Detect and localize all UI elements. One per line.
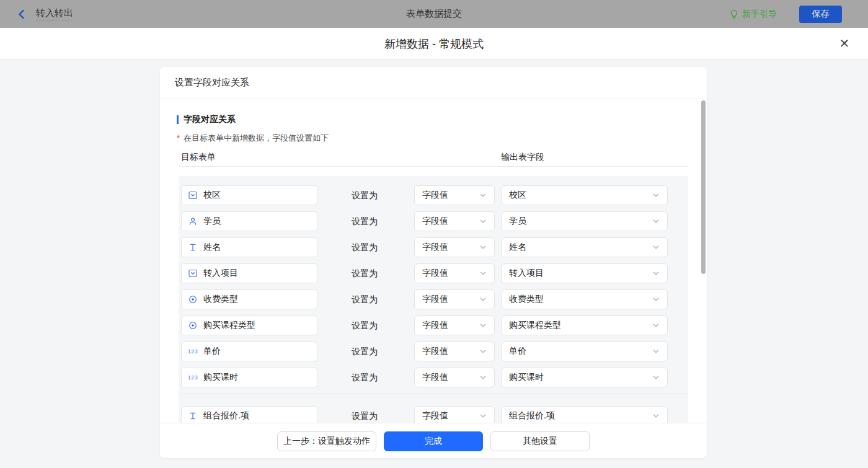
chevron-down-icon (479, 192, 487, 199)
chevron-down-icon (479, 270, 487, 277)
topbar: 转入转出 表单数据提交 新手引导 保存 (0, 0, 868, 28)
field-mapping-row: 购买课程类型设置为字段值购买课程类型 (179, 316, 688, 335)
set-as-label: 设置为 (352, 185, 378, 205)
number-field-icon: 123 (188, 348, 198, 355)
output-field-selected: 组合报价.项 (509, 410, 555, 422)
output-field-selected: 购买课程类型 (509, 320, 561, 331)
other-settings-button[interactable]: 其他设置 (490, 431, 590, 451)
field-mapping-card: 设置字段对应关系 字段对应关系 * 在目标表单中新增数据，字段值设置如下 目标表… (160, 67, 707, 458)
chevron-down-icon (652, 192, 660, 199)
column-header-output-field: 输出表字段 (501, 152, 544, 163)
text-field-icon (188, 412, 198, 420)
scrollbar-thumb[interactable] (701, 100, 706, 274)
target-field-name: 单价 (203, 346, 221, 357)
output-field-dropdown[interactable]: 姓名 (501, 237, 668, 257)
output-field-selected: 校区 (509, 190, 526, 201)
value-type-selected: 字段值 (422, 242, 448, 253)
chevron-down-icon (479, 322, 487, 329)
output-field-selected: 单价 (509, 346, 526, 357)
target-field-name: 校区 (203, 190, 221, 201)
guide-label: 新手引导 (742, 9, 777, 20)
set-as-label: 设置为 (352, 263, 378, 283)
field-mapping-list: 校区设置为字段值校区学员设置为字段值学员姓名设置为字段值姓名转入项目设置为字段值… (179, 176, 688, 423)
card-header-title: 设置字段对应关系 (160, 67, 707, 99)
set-as-label: 设置为 (352, 289, 378, 309)
chevron-down-icon (479, 412, 487, 420)
value-type-dropdown[interactable]: 字段值 (414, 406, 495, 423)
value-type-dropdown[interactable]: 字段值 (414, 263, 495, 283)
guide-button[interactable]: 新手引导 (729, 0, 777, 28)
set-as-label: 设置为 (352, 211, 378, 231)
chevron-down-icon (652, 412, 660, 420)
output-field-dropdown[interactable]: 购买课程类型 (501, 316, 668, 335)
member-field-icon (188, 217, 198, 226)
target-field-box: 组合报价.项 (181, 406, 317, 423)
value-type-dropdown[interactable]: 字段值 (414, 342, 495, 361)
output-field-selected: 学员 (509, 216, 526, 227)
target-field-box: 收费类型 (181, 289, 317, 309)
back-chevron-icon (16, 9, 27, 20)
section-label: 字段对应关系 (184, 114, 236, 125)
target-field-name: 转入项目 (203, 268, 238, 279)
set-as-label: 设置为 (352, 406, 378, 423)
output-field-dropdown[interactable]: 单价 (501, 342, 668, 361)
output-field-selected: 购买课时 (509, 372, 544, 383)
value-type-selected: 字段值 (422, 190, 448, 201)
modal-titlebar: 新增数据 - 常规模式 ✕ (0, 28, 868, 60)
value-type-dropdown[interactable]: 字段值 (414, 211, 495, 231)
note-text: 在目标表单中新增数据，字段值设置如下 (184, 133, 329, 144)
value-type-dropdown[interactable]: 字段值 (414, 185, 495, 205)
group-divider (179, 394, 688, 394)
back-label: 转入转出 (36, 7, 73, 21)
value-type-selected: 字段值 (422, 346, 448, 357)
chevron-down-icon (479, 296, 487, 303)
field-mapping-row: 学员设置为字段值学员 (179, 211, 688, 231)
value-type-dropdown[interactable]: 字段值 (414, 316, 495, 335)
set-as-label: 设置为 (352, 316, 378, 335)
back-button[interactable]: 转入转出 (16, 0, 73, 28)
chevron-down-icon (479, 348, 487, 355)
text-field-icon (188, 243, 198, 252)
value-type-selected: 字段值 (422, 410, 448, 422)
set-as-label: 设置为 (352, 342, 378, 361)
header-divider (179, 166, 688, 167)
target-field-name: 购买课程类型 (203, 320, 255, 331)
chevron-down-icon (479, 244, 487, 251)
select-field-icon (188, 191, 198, 200)
done-button[interactable]: 完成 (384, 431, 483, 451)
previous-step-button[interactable]: 上一步：设置触发动作 (277, 431, 376, 451)
target-field-name: 收费类型 (203, 294, 238, 305)
value-type-dropdown[interactable]: 字段值 (414, 237, 495, 257)
target-field-name: 购买课时 (203, 372, 238, 383)
chevron-down-icon (652, 322, 660, 329)
target-field-name: 组合报价.项 (203, 410, 249, 422)
number-field-icon: 123 (188, 374, 198, 381)
output-field-dropdown[interactable]: 校区 (501, 185, 668, 205)
value-type-dropdown[interactable]: 字段值 (414, 289, 495, 309)
section-accent-bar (177, 115, 179, 124)
section-title: 字段对应关系 (177, 114, 236, 125)
value-type-selected: 字段值 (422, 372, 448, 383)
chevron-down-icon (652, 244, 660, 251)
required-note: * 在目标表单中新增数据，字段值设置如下 (177, 133, 329, 144)
value-type-dropdown[interactable]: 字段值 (414, 368, 495, 387)
modal-title: 新增数据 - 常规模式 (0, 28, 868, 60)
select-field-icon (188, 269, 198, 278)
radio-field-icon (188, 321, 198, 330)
output-field-dropdown[interactable]: 收费类型 (501, 289, 668, 309)
chevron-down-icon (479, 374, 487, 381)
page: 转入转出 表单数据提交 新手引导 保存 新增数据 - 常规模式 ✕ 设置字段对应… (0, 0, 868, 468)
save-button[interactable]: 保存 (799, 6, 842, 23)
card-footer: 上一步：设置触发动作 完成 其他设置 (160, 423, 707, 458)
value-type-selected: 字段值 (422, 320, 448, 331)
field-mapping-row: 校区设置为字段值校区 (179, 185, 688, 205)
output-field-dropdown[interactable]: 学员 (501, 211, 668, 231)
field-mapping-row: 123单价设置为字段值单价 (179, 342, 688, 361)
column-header-target-form: 目标表单 (181, 152, 216, 163)
close-icon[interactable]: ✕ (837, 36, 852, 51)
output-field-dropdown[interactable]: 转入项目 (501, 263, 668, 283)
lightbulb-icon (729, 9, 739, 19)
chevron-down-icon (652, 374, 660, 381)
output-field-dropdown[interactable]: 购买课时 (501, 368, 668, 387)
output-field-dropdown[interactable]: 组合报价.项 (501, 406, 668, 423)
